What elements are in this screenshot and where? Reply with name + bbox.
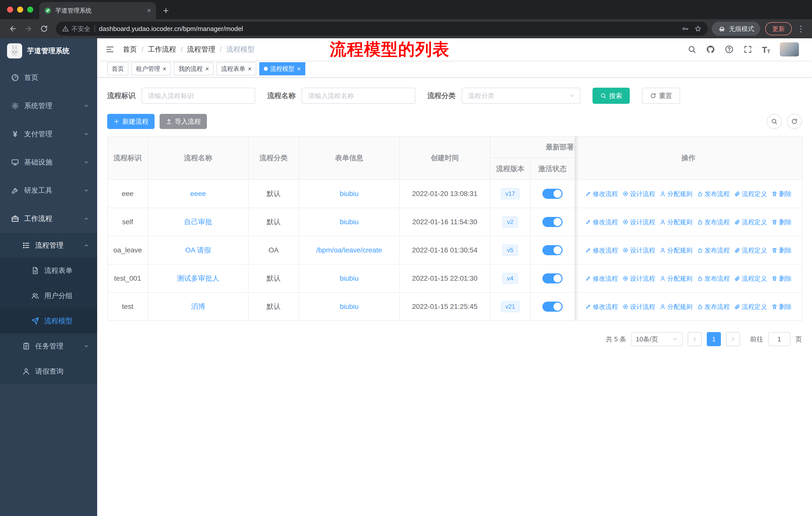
create-flow-button[interactable]: 新建流程 bbox=[107, 114, 154, 129]
flow-name-link[interactable]: 测试多审批人 bbox=[177, 274, 219, 282]
update-button[interactable]: 更新 bbox=[765, 22, 792, 35]
design-flow-link[interactable]: 设计流程 bbox=[622, 274, 655, 283]
assign-rule-link[interactable]: 分配规则 bbox=[660, 218, 692, 226]
form-info-link[interactable]: biubiu bbox=[340, 218, 359, 226]
modify-flow-link[interactable]: 修改流程 bbox=[585, 274, 618, 283]
next-page-button[interactable] bbox=[726, 332, 740, 346]
view-tag[interactable]: 流程模型× bbox=[259, 62, 305, 75]
flow-definition-link[interactable]: 流程定义 bbox=[734, 303, 767, 311]
active-toggle[interactable] bbox=[543, 302, 562, 312]
active-toggle[interactable] bbox=[543, 273, 562, 283]
assign-rule-link[interactable]: 分配规则 bbox=[660, 303, 692, 311]
fullscreen-icon[interactable] bbox=[743, 45, 752, 54]
view-tag[interactable]: 我的流程× bbox=[174, 62, 213, 75]
sidebar-item-process-manage[interactable]: 流程管理 bbox=[0, 233, 97, 258]
form-info-link[interactable]: biubiu bbox=[340, 190, 359, 197]
back-icon[interactable] bbox=[8, 24, 17, 33]
assign-rule-link[interactable]: 分配规则 bbox=[660, 274, 692, 283]
modify-flow-link[interactable]: 修改流程 bbox=[585, 246, 618, 254]
view-tag[interactable]: 租户管理× bbox=[132, 62, 171, 75]
search-icon[interactable] bbox=[688, 45, 696, 54]
tag-close-icon[interactable]: × bbox=[248, 65, 252, 72]
user-avatar[interactable] bbox=[780, 42, 799, 56]
reload-icon[interactable] bbox=[40, 24, 48, 33]
page-size-select[interactable]: 10条/页 bbox=[631, 332, 683, 346]
browser-tab[interactable]: 芋道管理系统 × bbox=[39, 2, 156, 19]
sidebar-item-home[interactable]: 首页 bbox=[0, 63, 97, 92]
publish-flow-link[interactable]: 发布流程 bbox=[697, 274, 730, 283]
help-icon[interactable] bbox=[725, 45, 734, 54]
flow-name-link[interactable]: eeee bbox=[190, 190, 206, 197]
design-flow-link[interactable]: 设计流程 bbox=[622, 303, 655, 311]
tag-close-icon[interactable]: × bbox=[205, 65, 209, 72]
flow-name-link[interactable]: 自己审批 bbox=[184, 218, 212, 226]
modify-flow-link[interactable]: 修改流程 bbox=[585, 303, 618, 311]
form-info-link[interactable]: biubiu bbox=[340, 274, 359, 282]
bookmark-star-icon[interactable] bbox=[694, 25, 702, 32]
breadcrumb-item[interactable]: 工作流程 bbox=[148, 45, 176, 54]
publish-flow-link[interactable]: 发布流程 bbox=[697, 303, 730, 311]
prev-page-button[interactable] bbox=[688, 332, 702, 346]
design-flow-link[interactable]: 设计流程 bbox=[622, 246, 655, 254]
delete-link[interactable]: 删除 bbox=[772, 274, 792, 283]
flow-definition-link[interactable]: 流程定义 bbox=[734, 190, 767, 198]
import-flow-button[interactable]: 导入流程 bbox=[160, 114, 207, 129]
flow-name-link[interactable]: OA 请假 bbox=[185, 246, 211, 254]
refresh-table-button[interactable] bbox=[787, 114, 802, 129]
sidebar-item-process-form[interactable]: 流程表单 bbox=[0, 258, 97, 283]
delete-link[interactable]: 删除 bbox=[772, 303, 792, 311]
assign-rule-link[interactable]: 分配规则 bbox=[660, 190, 692, 198]
page-number-button[interactable]: 1 bbox=[707, 332, 721, 346]
active-toggle[interactable] bbox=[543, 217, 562, 227]
modify-flow-link[interactable]: 修改流程 bbox=[585, 218, 618, 226]
new-tab-button[interactable]: + bbox=[163, 5, 169, 16]
forward-icon[interactable] bbox=[24, 24, 33, 33]
flow-name-link[interactable]: 滔博 bbox=[191, 303, 205, 310]
breadcrumb-item[interactable]: 首页 bbox=[123, 45, 137, 54]
zoom-window-button[interactable] bbox=[27, 6, 33, 12]
sidebar-item-devtools[interactable]: 研发工具 bbox=[0, 176, 97, 205]
sidebar-item-leave-query[interactable]: 请假查询 bbox=[0, 359, 97, 384]
minimize-window-button[interactable] bbox=[17, 6, 23, 12]
key-input[interactable] bbox=[141, 88, 255, 104]
sidebar-item-system[interactable]: 系统管理 bbox=[0, 92, 97, 120]
flow-definition-link[interactable]: 流程定义 bbox=[734, 246, 767, 254]
publish-flow-link[interactable]: 发布流程 bbox=[697, 246, 730, 254]
goto-page-input[interactable] bbox=[768, 332, 790, 346]
sidebar-item-task-manage[interactable]: 任务管理 bbox=[0, 333, 97, 359]
modify-flow-link[interactable]: 修改流程 bbox=[585, 190, 618, 198]
flow-definition-link[interactable]: 流程定义 bbox=[734, 274, 767, 283]
sidebar-item-infra[interactable]: 基础设施 bbox=[0, 148, 97, 176]
toggle-search-button[interactable] bbox=[767, 114, 782, 129]
view-tag[interactable]: 流程表单× bbox=[216, 62, 256, 75]
form-info-link[interactable]: biubiu bbox=[340, 303, 359, 310]
breadcrumb-item[interactable]: 流程管理 bbox=[187, 45, 215, 54]
search-button[interactable]: 搜索 bbox=[592, 88, 630, 104]
browser-menu-icon[interactable]: ⋮ bbox=[797, 24, 805, 33]
view-tag[interactable]: 首页 bbox=[107, 62, 128, 75]
security-warning-icon[interactable] bbox=[62, 25, 69, 32]
github-icon[interactable] bbox=[706, 45, 715, 54]
sidebar-item-user-group[interactable]: 用户分组 bbox=[0, 283, 97, 308]
publish-flow-link[interactable]: 发布流程 bbox=[697, 190, 730, 198]
sidebar-item-workflow[interactable]: 工作流程 bbox=[0, 205, 97, 233]
assign-rule-link[interactable]: 分配规则 bbox=[660, 246, 692, 254]
font-size-icon[interactable]: TT bbox=[762, 45, 770, 54]
publish-flow-link[interactable]: 发布流程 bbox=[697, 218, 730, 226]
sidebar-item-payment[interactable]: ¥支付管理 bbox=[0, 120, 97, 148]
sidebar-collapse-icon[interactable] bbox=[105, 45, 115, 54]
close-window-button[interactable] bbox=[7, 6, 13, 12]
name-input[interactable] bbox=[301, 88, 415, 104]
sidebar-item-process-model[interactable]: 流程模型 bbox=[0, 308, 97, 333]
form-info-link[interactable]: /bpm/oa/leave/create bbox=[316, 246, 382, 254]
active-toggle[interactable] bbox=[543, 189, 562, 199]
tab-close-icon[interactable]: × bbox=[147, 7, 151, 14]
category-select[interactable]: 流程分类 bbox=[462, 88, 580, 104]
tag-close-icon[interactable]: × bbox=[163, 65, 166, 72]
delete-link[interactable]: 删除 bbox=[772, 190, 792, 198]
flow-definition-link[interactable]: 流程定义 bbox=[734, 218, 767, 226]
address-bar[interactable]: 不安全 dashboard.yudao.iocoder.cn/bpm/manag… bbox=[56, 22, 708, 36]
tag-close-icon[interactable]: × bbox=[297, 65, 301, 72]
password-key-icon[interactable] bbox=[682, 25, 689, 32]
active-toggle[interactable] bbox=[543, 245, 562, 255]
